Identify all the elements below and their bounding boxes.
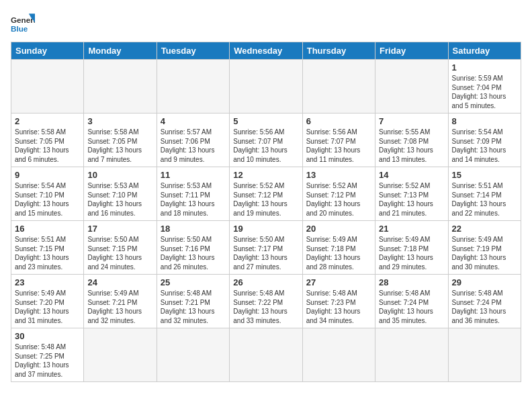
week-row-4: 23Sunrise: 5:49 AM Sunset: 7:20 PM Dayli… [11, 275, 521, 328]
day-number: 23 [15, 277, 80, 287]
day-number: 1 [452, 62, 517, 73]
day-cell: 11Sunrise: 5:53 AM Sunset: 7:11 PM Dayli… [157, 167, 229, 221]
day-cell [157, 60, 229, 113]
day-cell: 26Sunrise: 5:48 AM Sunset: 7:22 PM Dayli… [230, 275, 302, 328]
day-info: Sunrise: 5:54 AM Sunset: 7:09 PM Dayligh… [452, 128, 517, 164]
day-info: Sunrise: 5:48 AM Sunset: 7:24 PM Dayligh… [379, 289, 444, 325]
col-header-friday: Friday [375, 42, 448, 60]
header-row: SundayMondayTuesdayWednesdayThursdayFrid… [11, 42, 521, 60]
day-cell [157, 328, 229, 382]
day-info: Sunrise: 5:57 AM Sunset: 7:06 PM Dayligh… [161, 128, 226, 164]
day-number: 18 [161, 224, 226, 234]
day-info: Sunrise: 5:49 AM Sunset: 7:20 PM Dayligh… [15, 289, 80, 325]
day-info: Sunrise: 5:53 AM Sunset: 7:10 PM Dayligh… [87, 181, 152, 218]
day-info: Sunrise: 5:54 AM Sunset: 7:10 PM Dayligh… [15, 181, 80, 218]
week-row-2: 9Sunrise: 5:54 AM Sunset: 7:10 PM Daylig… [11, 167, 521, 221]
day-number: 5 [233, 116, 298, 126]
day-info: Sunrise: 5:58 AM Sunset: 7:05 PM Dayligh… [87, 128, 152, 164]
day-number: 20 [306, 224, 371, 234]
day-cell: 13Sunrise: 5:52 AM Sunset: 7:12 PM Dayli… [302, 167, 375, 221]
day-info: Sunrise: 5:50 AM Sunset: 7:17 PM Dayligh… [233, 235, 298, 271]
day-info: Sunrise: 5:59 AM Sunset: 7:04 PM Dayligh… [452, 74, 517, 110]
day-info: Sunrise: 5:58 AM Sunset: 7:05 PM Dayligh… [15, 128, 80, 164]
day-number: 22 [452, 224, 517, 234]
day-cell: 9Sunrise: 5:54 AM Sunset: 7:10 PM Daylig… [11, 167, 84, 221]
day-cell: 18Sunrise: 5:50 AM Sunset: 7:16 PM Dayli… [157, 221, 229, 275]
day-info: Sunrise: 5:52 AM Sunset: 7:12 PM Dayligh… [233, 181, 298, 218]
calendar-table: SundayMondayTuesdayWednesdayThursdayFrid… [11, 42, 521, 382]
day-cell [230, 60, 302, 113]
day-number: 19 [233, 224, 298, 234]
day-cell [302, 60, 375, 113]
day-number: 12 [233, 170, 298, 180]
day-info: Sunrise: 5:51 AM Sunset: 7:14 PM Dayligh… [452, 181, 517, 218]
col-header-thursday: Thursday [302, 42, 375, 60]
day-number: 30 [15, 331, 80, 341]
day-info: Sunrise: 5:48 AM Sunset: 7:22 PM Dayligh… [233, 289, 298, 325]
day-info: Sunrise: 5:52 AM Sunset: 7:12 PM Dayligh… [306, 181, 371, 218]
day-info: Sunrise: 5:56 AM Sunset: 7:07 PM Dayligh… [233, 128, 298, 164]
day-number: 9 [15, 170, 80, 180]
day-number: 25 [161, 277, 226, 287]
day-cell: 2Sunrise: 5:58 AM Sunset: 7:05 PM Daylig… [11, 113, 84, 167]
day-cell: 5Sunrise: 5:56 AM Sunset: 7:07 PM Daylig… [230, 113, 302, 167]
day-info: Sunrise: 5:53 AM Sunset: 7:11 PM Dayligh… [161, 181, 226, 218]
day-info: Sunrise: 5:52 AM Sunset: 7:13 PM Dayligh… [379, 181, 444, 218]
day-cell [302, 328, 375, 382]
day-number: 27 [306, 277, 371, 287]
day-number: 6 [306, 116, 371, 126]
day-number: 26 [233, 277, 298, 287]
day-cell: 4Sunrise: 5:57 AM Sunset: 7:06 PM Daylig… [157, 113, 229, 167]
day-cell [84, 328, 157, 382]
day-number: 16 [15, 224, 80, 234]
day-number: 11 [161, 170, 226, 180]
day-cell: 29Sunrise: 5:48 AM Sunset: 7:24 PM Dayli… [448, 275, 521, 328]
day-number: 3 [87, 116, 152, 126]
day-cell [375, 328, 448, 382]
day-cell: 12Sunrise: 5:52 AM Sunset: 7:12 PM Dayli… [230, 167, 302, 221]
day-cell [84, 60, 157, 113]
day-cell: 28Sunrise: 5:48 AM Sunset: 7:24 PM Dayli… [375, 275, 448, 328]
day-info: Sunrise: 5:51 AM Sunset: 7:15 PM Dayligh… [15, 235, 80, 271]
day-cell: 22Sunrise: 5:49 AM Sunset: 7:19 PM Dayli… [448, 221, 521, 275]
day-info: Sunrise: 5:55 AM Sunset: 7:08 PM Dayligh… [379, 128, 444, 164]
day-cell: 15Sunrise: 5:51 AM Sunset: 7:14 PM Dayli… [448, 167, 521, 221]
day-cell: 20Sunrise: 5:49 AM Sunset: 7:18 PM Dayli… [302, 221, 375, 275]
day-info: Sunrise: 5:50 AM Sunset: 7:16 PM Dayligh… [161, 235, 226, 271]
day-info: Sunrise: 5:49 AM Sunset: 7:18 PM Dayligh… [379, 235, 444, 271]
logo-icon: General Blue [11, 11, 35, 35]
day-cell: 1Sunrise: 5:59 AM Sunset: 7:04 PM Daylig… [448, 60, 521, 113]
logo: General Blue [11, 11, 39, 35]
day-cell: 8Sunrise: 5:54 AM Sunset: 7:09 PM Daylig… [448, 113, 521, 167]
day-cell: 27Sunrise: 5:48 AM Sunset: 7:23 PM Dayli… [302, 275, 375, 328]
day-info: Sunrise: 5:49 AM Sunset: 7:19 PM Dayligh… [452, 235, 517, 271]
col-header-wednesday: Wednesday [230, 42, 302, 60]
day-number: 21 [379, 224, 444, 234]
day-cell [375, 60, 448, 113]
col-header-tuesday: Tuesday [157, 42, 229, 60]
svg-text:Blue: Blue [11, 24, 28, 33]
col-header-sunday: Sunday [11, 42, 84, 60]
day-cell: 10Sunrise: 5:53 AM Sunset: 7:10 PM Dayli… [84, 167, 157, 221]
day-cell: 25Sunrise: 5:48 AM Sunset: 7:21 PM Dayli… [157, 275, 229, 328]
day-number: 17 [87, 224, 152, 234]
day-info: Sunrise: 5:48 AM Sunset: 7:24 PM Dayligh… [452, 289, 517, 325]
day-info: Sunrise: 5:49 AM Sunset: 7:21 PM Dayligh… [87, 289, 152, 325]
day-info: Sunrise: 5:48 AM Sunset: 7:23 PM Dayligh… [306, 289, 371, 325]
day-number: 2 [15, 116, 80, 126]
week-row-3: 16Sunrise: 5:51 AM Sunset: 7:15 PM Dayli… [11, 221, 521, 275]
day-cell: 17Sunrise: 5:50 AM Sunset: 7:15 PM Dayli… [84, 221, 157, 275]
day-number: 15 [452, 170, 517, 180]
page-header: General Blue [11, 11, 521, 35]
day-number: 28 [379, 277, 444, 287]
day-cell: 7Sunrise: 5:55 AM Sunset: 7:08 PM Daylig… [375, 113, 448, 167]
day-number: 7 [379, 116, 444, 126]
day-cell: 24Sunrise: 5:49 AM Sunset: 7:21 PM Dayli… [84, 275, 157, 328]
day-number: 29 [452, 277, 517, 287]
day-cell: 14Sunrise: 5:52 AM Sunset: 7:13 PM Dayli… [375, 167, 448, 221]
day-info: Sunrise: 5:56 AM Sunset: 7:07 PM Dayligh… [306, 128, 371, 164]
day-cell: 21Sunrise: 5:49 AM Sunset: 7:18 PM Dayli… [375, 221, 448, 275]
week-row-5: 30Sunrise: 5:48 AM Sunset: 7:25 PM Dayli… [11, 328, 521, 382]
day-info: Sunrise: 5:50 AM Sunset: 7:15 PM Dayligh… [87, 235, 152, 271]
day-number: 13 [306, 170, 371, 180]
